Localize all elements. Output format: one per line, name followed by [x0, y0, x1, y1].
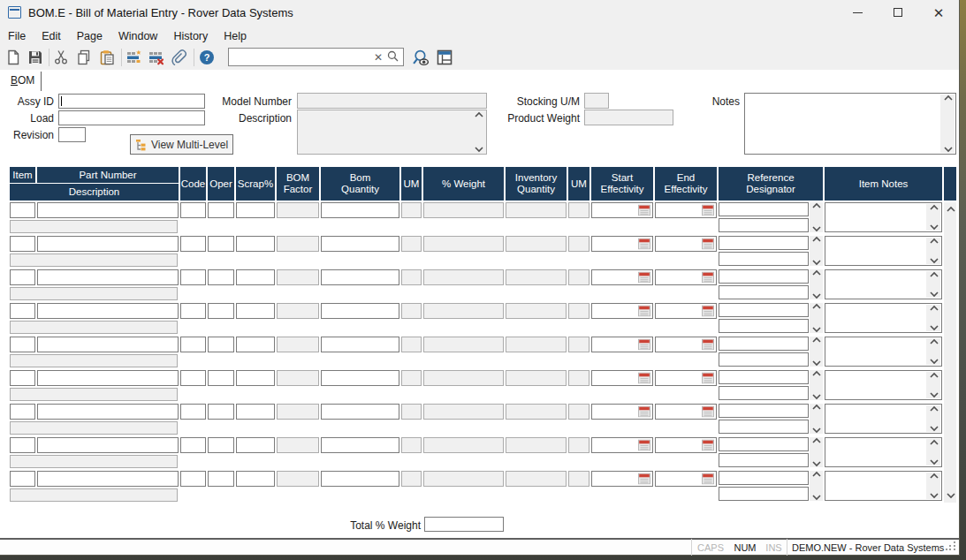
calendar-icon[interactable]: [702, 205, 714, 216]
row-3-end-effectivity-input[interactable]: [655, 269, 717, 285]
row-2-code-input[interactable]: [180, 236, 206, 252]
row-7-scrap-input[interactable]: [236, 404, 275, 420]
row-5-item-input[interactable]: [10, 337, 35, 352]
row-9-reference-designator-input[interactable]: [719, 471, 809, 485]
row-3-start-effectivity-input[interactable]: [591, 269, 653, 285]
row-8-reference-designator-input[interactable]: [719, 437, 809, 451]
row-5-bom-quantity-input[interactable]: [321, 337, 399, 352]
row-3-part-number-input[interactable]: [37, 269, 179, 285]
row-4-item-notes-scrollbar[interactable]: [926, 305, 940, 331]
row-6-scrap-input[interactable]: [236, 370, 275, 386]
row-9-code-input[interactable]: [180, 471, 206, 487]
row-9-bom-quantity-input[interactable]: [321, 471, 399, 487]
scroll-up-icon[interactable]: [930, 338, 938, 346]
row-6-start-effectivity-input[interactable]: [591, 370, 653, 386]
row-8-oper-input[interactable]: [208, 437, 234, 453]
scroll-up-icon[interactable]: [812, 404, 820, 412]
row-2-bom-quantity-input[interactable]: [321, 236, 399, 252]
row-8-item-notes-scrollbar[interactable]: [926, 439, 940, 465]
scroll-down-icon[interactable]: [812, 325, 820, 333]
row-3-reference-designator-scrollbar[interactable]: [810, 269, 823, 299]
scroll-up-icon[interactable]: [930, 405, 938, 413]
row-8-item-input[interactable]: [10, 437, 35, 453]
row-6-end-effectivity-input[interactable]: [655, 370, 717, 386]
scroll-down-icon[interactable]: [930, 223, 938, 231]
scroll-up-icon[interactable]: [947, 206, 955, 214]
row-3-item-notes-input[interactable]: [825, 269, 942, 299]
row-9-item-notes-input[interactable]: [825, 471, 942, 501]
calendar-icon[interactable]: [702, 373, 714, 384]
delete-row-icon[interactable]: [148, 49, 164, 65]
row-7-item-notes-input[interactable]: [825, 404, 942, 434]
grid-vertical-scrollbar[interactable]: [944, 202, 956, 503]
row-2-part-number-input[interactable]: [37, 236, 179, 252]
scroll-up-icon[interactable]: [812, 303, 820, 311]
row-7-part-number-input[interactable]: [37, 404, 179, 420]
row-5-oper-input[interactable]: [208, 337, 234, 352]
scroll-up-icon[interactable]: [930, 305, 938, 313]
row-5-start-effectivity-input[interactable]: [591, 337, 653, 352]
calendar-icon[interactable]: [702, 440, 714, 451]
scroll-up-icon[interactable]: [812, 471, 820, 479]
scroll-up-icon[interactable]: [812, 202, 820, 210]
calendar-icon[interactable]: [638, 473, 650, 485]
save-icon[interactable]: [27, 49, 43, 65]
row-8-scrap-input[interactable]: [236, 437, 275, 453]
row-4-start-effectivity-input[interactable]: [591, 303, 653, 319]
row-2-start-effectivity-input[interactable]: [591, 236, 653, 252]
row-4-reference-designator-input-2[interactable]: [719, 319, 809, 333]
row-1-scrap-input[interactable]: [236, 202, 275, 218]
row-8-bom-quantity-input[interactable]: [321, 437, 399, 453]
row-3-scrap-input[interactable]: [236, 269, 275, 285]
calendar-icon[interactable]: [702, 339, 714, 351]
row-9-reference-designator-input-2[interactable]: [719, 487, 809, 501]
row-3-item-input[interactable]: [10, 269, 35, 285]
row-9-oper-input[interactable]: [208, 471, 234, 487]
row-4-reference-designator-scrollbar[interactable]: [810, 303, 823, 333]
row-1-item-notes-scrollbar[interactable]: [926, 204, 940, 231]
row-4-part-number-input[interactable]: [37, 303, 179, 319]
row-6-item-notes-input[interactable]: [825, 370, 942, 400]
new-document-icon[interactable]: [5, 49, 21, 65]
row-7-start-effectivity-input[interactable]: [591, 404, 653, 420]
row-6-reference-designator-input[interactable]: [719, 370, 809, 384]
scroll-down-icon[interactable]: [812, 459, 820, 467]
scroll-down-icon[interactable]: [930, 357, 938, 365]
row-9-part-number-input[interactable]: [37, 471, 179, 487]
row-2-end-effectivity-input[interactable]: [655, 236, 717, 252]
scroll-down-icon[interactable]: [930, 491, 938, 499]
row-2-item-notes-input[interactable]: [825, 236, 942, 266]
row-6-item-input[interactable]: [10, 370, 35, 386]
table-layout-icon[interactable]: [437, 49, 453, 65]
row-7-reference-designator-input-2[interactable]: [719, 420, 809, 434]
row-2-oper-input[interactable]: [208, 236, 234, 252]
row-5-reference-designator-input[interactable]: [719, 337, 809, 351]
row-7-item-notes-scrollbar[interactable]: [926, 405, 940, 432]
row-2-reference-designator-input-2[interactable]: [719, 252, 809, 266]
cut-icon[interactable]: [53, 49, 69, 65]
calendar-icon[interactable]: [702, 306, 714, 317]
row-8-reference-designator-input-2[interactable]: [719, 453, 809, 467]
row-3-code-input[interactable]: [180, 269, 206, 285]
row-9-item-notes-scrollbar[interactable]: [926, 473, 940, 499]
scroll-down-icon[interactable]: [812, 392, 820, 400]
row-5-end-effectivity-input[interactable]: [655, 337, 717, 352]
row-1-reference-designator-input[interactable]: [719, 202, 809, 216]
calendar-icon[interactable]: [638, 205, 650, 216]
row-6-code-input[interactable]: [180, 370, 206, 386]
row-8-item-notes-input[interactable]: [825, 437, 942, 467]
row-8-part-number-input[interactable]: [37, 437, 179, 453]
copy-icon[interactable]: [76, 49, 92, 65]
row-6-item-notes-scrollbar[interactable]: [926, 372, 940, 398]
row-8-reference-designator-scrollbar[interactable]: [810, 437, 823, 467]
row-3-oper-input[interactable]: [208, 269, 234, 285]
row-1-bom-quantity-input[interactable]: [321, 202, 399, 218]
scroll-up-icon[interactable]: [812, 437, 820, 445]
calendar-icon[interactable]: [702, 473, 714, 485]
row-6-oper-input[interactable]: [208, 370, 234, 386]
row-1-reference-designator-input-2[interactable]: [719, 218, 809, 232]
calendar-icon[interactable]: [638, 339, 650, 351]
row-9-item-input[interactable]: [10, 471, 35, 487]
row-9-end-effectivity-input[interactable]: [655, 471, 717, 487]
row-2-item-input[interactable]: [10, 236, 35, 252]
